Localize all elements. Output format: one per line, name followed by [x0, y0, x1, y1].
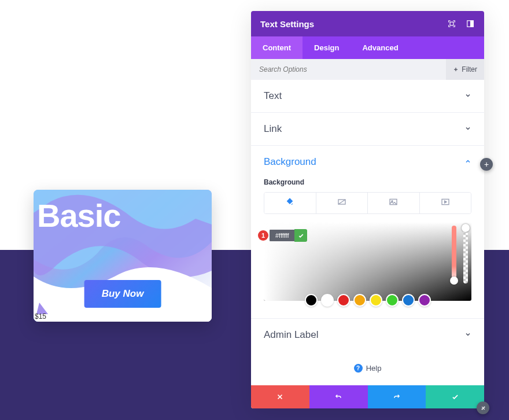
- section-admin-head[interactable]: Admin Label: [251, 319, 484, 351]
- chevron-down-icon: [464, 124, 471, 134]
- hex-value[interactable]: #ffffff: [270, 230, 294, 241]
- section-text: Text: [251, 80, 484, 113]
- swatch-black[interactable]: [305, 294, 318, 307]
- resize-handle[interactable]: [477, 401, 489, 414]
- bg-type-color[interactable]: [264, 193, 316, 213]
- hex-input-pill: #ffffff: [270, 229, 307, 242]
- section-text-head[interactable]: Text: [251, 80, 484, 112]
- gradient-icon: [337, 197, 346, 209]
- hue-knob[interactable]: [450, 277, 458, 285]
- confirm-button[interactable]: [426, 385, 484, 408]
- swatch-blue[interactable]: [402, 294, 415, 307]
- hue-slider[interactable]: [452, 226, 456, 283]
- tab-design[interactable]: Design: [303, 36, 351, 59]
- background-type-tabs: [264, 192, 471, 214]
- settings-panel: Text Settings Content Design Advanced Fi…: [251, 11, 484, 408]
- section-background-head[interactable]: Background: [251, 146, 484, 178]
- swatch-orange[interactable]: [353, 294, 366, 307]
- tab-content[interactable]: Content: [251, 36, 303, 59]
- redo-button[interactable]: [368, 385, 426, 408]
- price-text: $15: [35, 312, 46, 320]
- alpha-knob[interactable]: [462, 224, 470, 232]
- swatch-yellow[interactable]: [370, 294, 382, 307]
- tabs: Content Design Advanced: [251, 36, 484, 59]
- svg-rect-2: [471, 21, 474, 27]
- chevron-down-icon: [464, 330, 471, 340]
- undo-button[interactable]: [309, 385, 368, 408]
- section-admin-label: Admin Label: [251, 319, 484, 351]
- add-module-fab[interactable]: +: [480, 158, 493, 171]
- bg-type-image[interactable]: [368, 193, 420, 213]
- svg-rect-0: [450, 22, 453, 25]
- section-background: Background Background 1: [251, 146, 484, 319]
- paint-bucket-icon: [285, 197, 294, 209]
- swatch-green[interactable]: [386, 294, 399, 307]
- background-label: Background: [264, 178, 471, 186]
- tab-advanced[interactable]: Advanced: [351, 36, 410, 59]
- color-picker: 1 #ffffff: [264, 222, 471, 307]
- swatch-red[interactable]: [337, 294, 350, 307]
- panel-title: Text Settings: [260, 19, 314, 29]
- snap-icon[interactable]: [466, 19, 475, 28]
- alpha-slider[interactable]: [463, 226, 468, 283]
- video-icon: [441, 197, 450, 209]
- filter-button[interactable]: Filter: [446, 59, 484, 80]
- color-swatches: [264, 294, 471, 307]
- swatch-white[interactable]: [321, 294, 334, 307]
- panel-header[interactable]: Text Settings: [251, 11, 484, 36]
- chevron-up-icon: [464, 157, 471, 167]
- panel-actions: [251, 385, 484, 408]
- search-input[interactable]: [251, 65, 446, 73]
- chevron-down-icon: [464, 91, 471, 101]
- section-link-head[interactable]: Link: [251, 113, 484, 145]
- buy-now-button[interactable]: Buy Now: [84, 280, 161, 308]
- image-icon: [389, 197, 398, 209]
- swatch-purple[interactable]: [418, 294, 431, 307]
- preview-card: Basic Buy Now: [34, 190, 212, 322]
- expand-icon[interactable]: [447, 19, 456, 28]
- card-title: Basic: [37, 197, 120, 234]
- cancel-button[interactable]: [251, 385, 309, 408]
- filter-label: Filter: [462, 65, 477, 73]
- help-icon: ?: [354, 364, 363, 373]
- hex-confirm-button[interactable]: [294, 229, 307, 242]
- help-link[interactable]: ? Help: [251, 351, 484, 385]
- search-row: Filter: [251, 59, 484, 80]
- bg-type-video[interactable]: [420, 193, 471, 213]
- bg-type-gradient[interactable]: [316, 193, 368, 213]
- section-link: Link: [251, 113, 484, 146]
- annotation-badge: 1: [258, 230, 268, 241]
